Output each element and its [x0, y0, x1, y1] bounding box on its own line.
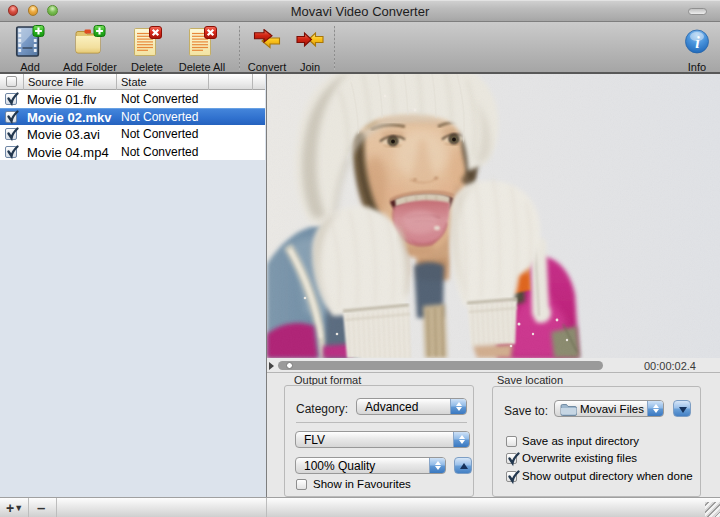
- svg-text:i: i: [695, 34, 700, 51]
